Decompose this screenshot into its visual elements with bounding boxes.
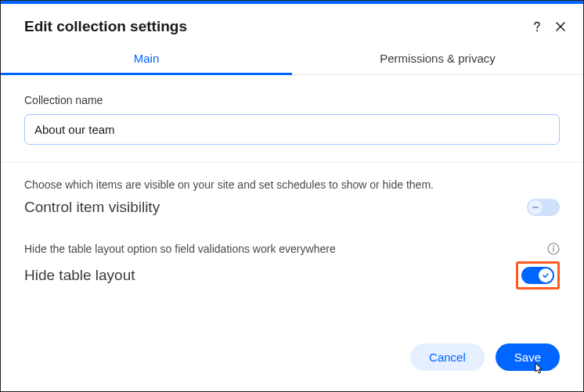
- hide-layout-helper: Hide the table layout option so field va…: [24, 243, 336, 255]
- svg-point-0: [536, 30, 538, 31]
- cancel-button-label: Cancel: [429, 351, 466, 364]
- modal-title: Edit collection settings: [24, 18, 187, 35]
- svg-point-2: [553, 246, 554, 247]
- collection-name-label: Collection name: [24, 94, 560, 106]
- hide-layout-title: Hide table layout: [24, 267, 135, 284]
- help-icon[interactable]: [532, 20, 543, 33]
- cancel-button[interactable]: Cancel: [410, 343, 485, 371]
- modal-header: Edit collection settings: [1, 4, 583, 43]
- tab-main-label: Main: [134, 52, 160, 65]
- collection-name-input[interactable]: [24, 114, 560, 145]
- visibility-section: Choose which items are visible on your s…: [1, 163, 583, 230]
- header-icons: [532, 20, 566, 33]
- tab-main[interactable]: Main: [1, 43, 292, 74]
- collection-name-section: Collection name: [1, 75, 583, 162]
- hide-layout-section: Hide the table layout option so field va…: [1, 230, 583, 304]
- tab-permissions-label: Permissions & privacy: [380, 52, 496, 65]
- visibility-toggle[interactable]: [527, 199, 560, 216]
- hide-layout-toggle[interactable]: [521, 267, 554, 284]
- modal-footer: Cancel Save: [1, 329, 583, 391]
- visibility-title: Control item visibility: [24, 199, 160, 216]
- close-icon[interactable]: [555, 21, 566, 32]
- edit-collection-modal: Edit collection settings Main Permission…: [0, 0, 584, 392]
- info-icon[interactable]: [547, 243, 560, 255]
- save-button[interactable]: Save: [496, 343, 560, 371]
- tab-permissions[interactable]: Permissions & privacy: [292, 43, 583, 74]
- toggle-highlight: [516, 261, 560, 290]
- visibility-helper: Choose which items are visible on your s…: [24, 178, 560, 191]
- svg-rect-3: [553, 248, 553, 252]
- tabs: Main Permissions & privacy: [1, 43, 583, 75]
- save-button-label: Save: [514, 351, 541, 364]
